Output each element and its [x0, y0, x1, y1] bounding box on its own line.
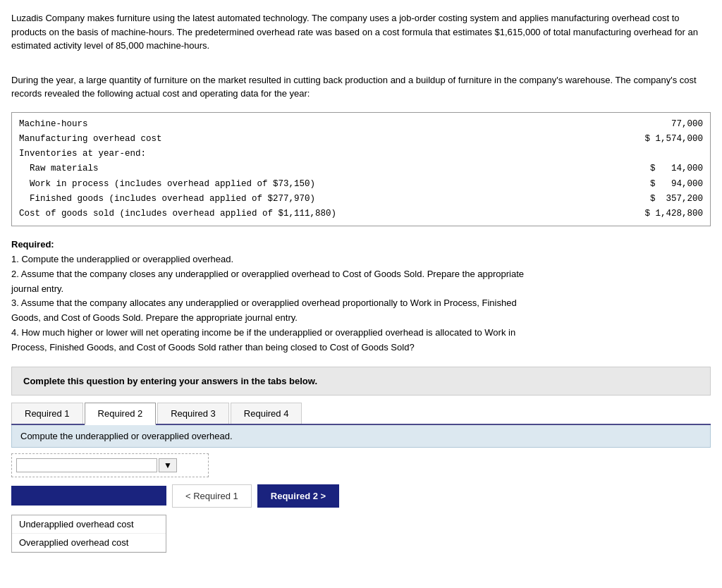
required-section: Required: 1. Compute the underapplied or… [11, 238, 711, 355]
required-item-2: 2. Assume that the company closes any un… [11, 267, 711, 297]
row-label: Finished goods (includes overhead applie… [19, 192, 618, 207]
row-label: Raw materials [19, 161, 618, 176]
input-area: ▼ [11, 453, 209, 477]
nav-buttons: < Required 1 Required 2 > [11, 484, 711, 508]
tab-required-3[interactable]: Required 3 [157, 403, 229, 424]
tab-required-2[interactable]: Required 2 [85, 403, 157, 425]
required-item-1: 1. Compute the underapplied or overappli… [11, 252, 711, 267]
dropdown-item-underapplied[interactable]: Underapplied overhead cost [12, 515, 166, 534]
overhead-input[interactable] [16, 458, 157, 472]
row-label: Manufacturing overhead cost [19, 132, 618, 147]
tab-content-header: Compute the underapplied or overapplied … [11, 425, 711, 448]
row-value: $ 1,428,800 [618, 207, 703, 221]
tab-required-4[interactable]: Required 4 [231, 403, 302, 424]
complete-banner: Complete this question by entering your … [11, 367, 711, 396]
data-table: Machine-hours 77,000 Manufacturing overh… [11, 112, 711, 227]
tabs-row: Required 1 Required 2 Required 3 Require… [11, 403, 711, 425]
table-row: Machine-hours 77,000 [19, 117, 703, 132]
row-label: Inventories at year-end: [19, 147, 618, 161]
table-row: Work in process (includes overhead appli… [19, 177, 703, 192]
row-value [618, 147, 703, 161]
table-row: Finished goods (includes overhead applie… [19, 192, 703, 207]
table-row: Inventories at year-end: [19, 147, 703, 161]
forward-button[interactable]: Required 2 > [257, 484, 339, 508]
row-value: $ 1,574,000 [618, 132, 703, 147]
table-row: Raw materials $ 14,000 [19, 161, 703, 176]
blue-bar-decoration [11, 486, 166, 506]
dropdown-item-overapplied[interactable]: Overapplied overhead cost [12, 534, 166, 552]
back-button[interactable]: < Required 1 [172, 484, 252, 508]
row-value: $ 94,000 [618, 177, 703, 192]
dropdown-toggle-button[interactable]: ▼ [159, 458, 177, 472]
row-value: $ 357,200 [618, 192, 703, 207]
row-label: Work in process (includes overhead appli… [19, 177, 618, 192]
required-heading: Required: [11, 239, 54, 250]
tab-required-1[interactable]: Required 1 [11, 403, 83, 424]
row-value: 77,000 [618, 117, 703, 132]
row-value: $ 14,000 [618, 161, 703, 176]
intro-paragraph-1: Luzadis Company makes furniture using th… [11, 11, 711, 53]
row-label: Cost of goods sold (includes overhead ap… [19, 207, 618, 221]
required-item-4: 4. How much higher or lower will net ope… [11, 326, 711, 355]
required-item-3: 3. Assume that the company allocates any… [11, 296, 711, 326]
dropdown-list: Underapplied overhead cost Overapplied o… [11, 515, 166, 553]
intro-paragraph-2: During the year, a large quantity of fur… [11, 73, 711, 101]
table-row: Manufacturing overhead cost $ 1,574,000 [19, 132, 703, 147]
row-label: Machine-hours [19, 117, 618, 132]
table-row: Cost of goods sold (includes overhead ap… [19, 207, 703, 221]
